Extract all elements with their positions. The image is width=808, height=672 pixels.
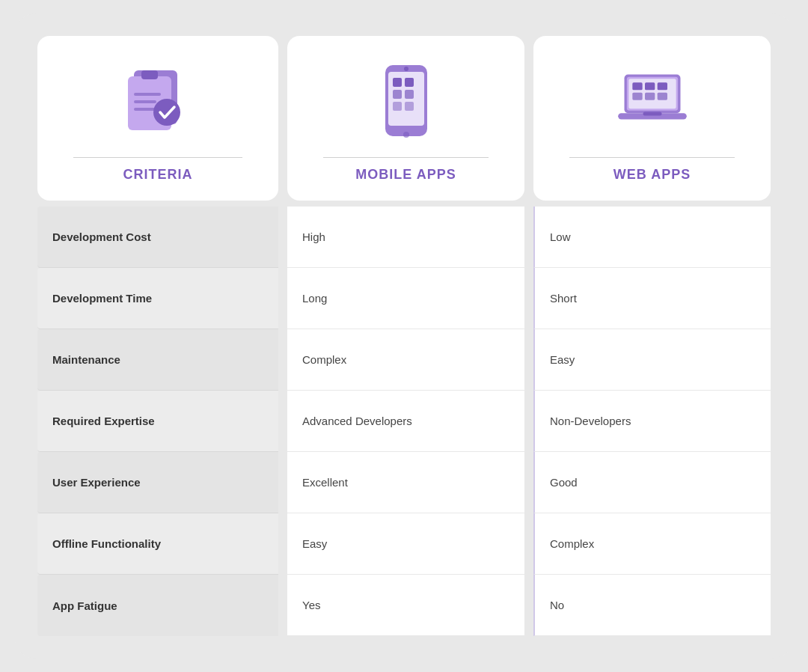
mobile-cell-text: Advanced Developers bbox=[302, 415, 412, 427]
table-row: Complex bbox=[533, 513, 771, 575]
svg-rect-24 bbox=[632, 93, 642, 100]
criteria-cell-text: Maintenance bbox=[52, 353, 120, 366]
mobile-icon bbox=[376, 61, 436, 144]
criteria-divider bbox=[73, 157, 242, 158]
mobile-column: MOBILE APPS HighLongComplexAdvanced Deve… bbox=[284, 36, 527, 636]
table-row: Offline Functionality bbox=[37, 513, 278, 575]
web-column-label: WEB APPS bbox=[613, 167, 691, 183]
web-cell-text: Low bbox=[550, 230, 571, 243]
mobile-cell-text: Complex bbox=[302, 353, 346, 366]
criteria-cell-text: Offline Functionality bbox=[52, 537, 161, 550]
svg-rect-21 bbox=[632, 82, 642, 90]
table-row: Long bbox=[287, 268, 524, 329]
table-row: Easy bbox=[533, 329, 771, 391]
web-cell-text: Easy bbox=[550, 353, 575, 366]
web-cell-text: Non-Developers bbox=[550, 415, 631, 427]
web-cell-text: Short bbox=[550, 292, 577, 305]
web-cell-text: Complex bbox=[550, 537, 594, 550]
svg-point-6 bbox=[153, 99, 180, 126]
criteria-header-card: CRITERIA bbox=[37, 36, 278, 201]
mobile-header-card: MOBILE APPS bbox=[287, 36, 524, 201]
mobile-rows: HighLongComplexAdvanced DevelopersExcell… bbox=[284, 207, 527, 636]
table-row: Complex bbox=[287, 329, 524, 391]
web-header-card: WEB APPS bbox=[533, 36, 771, 201]
web-cell-text: Good bbox=[550, 476, 578, 489]
svg-rect-2 bbox=[141, 70, 158, 79]
svg-rect-23 bbox=[657, 82, 667, 90]
table-row: Required Expertise bbox=[37, 391, 278, 452]
criteria-column-label: CRITERIA bbox=[123, 167, 193, 183]
svg-rect-14 bbox=[405, 90, 414, 99]
criteria-cell-text: Required Expertise bbox=[52, 415, 155, 427]
mobile-cell-text: Easy bbox=[302, 537, 327, 550]
table-row: Development Time bbox=[37, 268, 278, 329]
clipboard-icon bbox=[120, 61, 195, 144]
mobile-cell-text: Yes bbox=[302, 599, 320, 611]
table-row: User Experience bbox=[37, 452, 278, 513]
web-column: WEB APPS LowShortEasyNon-DevelopersGoodC… bbox=[527, 36, 771, 636]
table-row: Maintenance bbox=[37, 329, 278, 391]
table-row: Development Cost bbox=[37, 207, 278, 268]
table-row: Advanced Developers bbox=[287, 391, 524, 452]
svg-rect-11 bbox=[405, 78, 414, 87]
svg-rect-25 bbox=[645, 93, 655, 100]
mobile-cell-text: High bbox=[302, 230, 325, 243]
svg-rect-10 bbox=[393, 78, 402, 87]
criteria-cell-text: User Experience bbox=[52, 476, 141, 489]
table-row: Easy bbox=[287, 513, 524, 575]
svg-rect-22 bbox=[645, 82, 655, 90]
table-row: Short bbox=[533, 268, 771, 329]
table-wrapper: CRITERIA Development CostDevelopment Tim… bbox=[37, 36, 771, 636]
criteria-cell-text: App Fatigue bbox=[52, 599, 117, 612]
svg-point-9 bbox=[404, 67, 408, 71]
mobile-cell-text: Excellent bbox=[302, 476, 348, 489]
table-row: Good bbox=[533, 452, 771, 513]
svg-rect-28 bbox=[643, 112, 661, 116]
mobile-cell-text: Long bbox=[302, 292, 327, 305]
svg-point-17 bbox=[403, 132, 409, 138]
mobile-column-label: MOBILE APPS bbox=[355, 167, 456, 183]
laptop-icon bbox=[615, 65, 690, 140]
table-row: App Fatigue bbox=[37, 575, 278, 636]
table-row: Non-Developers bbox=[533, 391, 771, 452]
laptop-icon-area bbox=[615, 61, 690, 144]
svg-rect-15 bbox=[393, 102, 402, 111]
web-divider bbox=[569, 157, 735, 158]
clipboard-icon-area bbox=[120, 61, 195, 144]
table-row: High bbox=[287, 207, 524, 268]
mobile-divider bbox=[323, 157, 489, 158]
table-row: No bbox=[533, 575, 771, 636]
web-rows: LowShortEasyNon-DevelopersGoodComplexNo bbox=[527, 207, 771, 636]
comparison-table-container: CRITERIA Development CostDevelopment Tim… bbox=[15, 13, 793, 659]
table-row: Low bbox=[533, 207, 771, 268]
table-row: Excellent bbox=[287, 452, 524, 513]
criteria-column: CRITERIA Development CostDevelopment Tim… bbox=[37, 36, 284, 636]
svg-rect-4 bbox=[134, 100, 156, 103]
svg-rect-3 bbox=[134, 93, 161, 96]
svg-rect-16 bbox=[405, 102, 414, 111]
web-cell-text: No bbox=[550, 599, 564, 611]
criteria-cell-text: Development Cost bbox=[52, 230, 151, 243]
table-row: Yes bbox=[287, 575, 524, 636]
svg-rect-13 bbox=[393, 90, 402, 99]
svg-rect-26 bbox=[657, 93, 667, 100]
mobile-icon-area bbox=[369, 61, 444, 144]
criteria-rows: Development CostDevelopment TimeMaintena… bbox=[37, 207, 284, 636]
criteria-cell-text: Development Time bbox=[52, 292, 152, 305]
